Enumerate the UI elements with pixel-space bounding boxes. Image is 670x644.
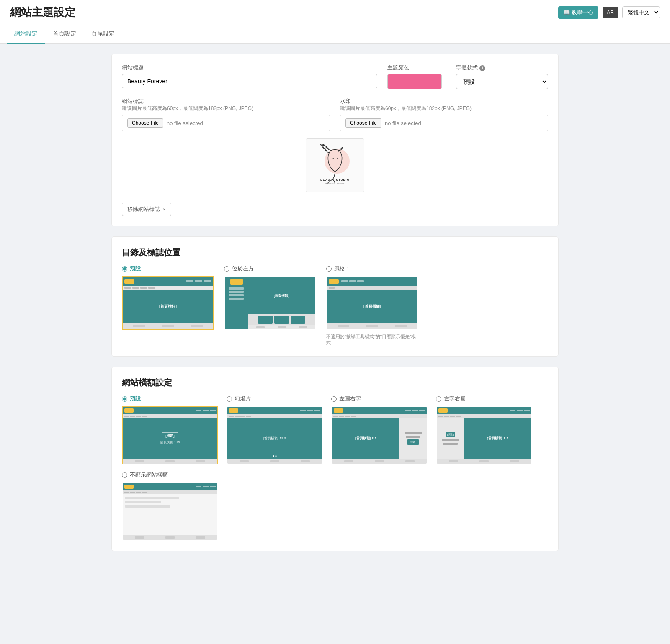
top-bar: 網站主題設定 📖 教學中心 AB 繁體中文 (0, 0, 670, 25)
remove-logo-button[interactable]: 移除網站標誌 × (122, 203, 171, 216)
banner-radio-left-img[interactable] (331, 396, 337, 402)
mini-footer-default (123, 323, 213, 329)
layout-radio-left[interactable] (224, 266, 229, 272)
site-title-group: 網站標題 (122, 64, 377, 88)
layout-note: 不適用於"擴導工具模式"的*日暦顯示優先*模式 (326, 334, 418, 346)
banner-option-slideshow: 幻燈片 (227, 395, 323, 464)
nav-position-section: 目錄及標誌位置 預設 (111, 236, 559, 357)
mini-left-sidebar (225, 277, 248, 329)
banner-settings-title: 網站橫額設定 (122, 377, 548, 388)
banner-label-slideshow[interactable]: 幻燈片 (227, 395, 323, 403)
layout-radio-style1[interactable] (326, 266, 332, 272)
font-style-label: 字體款式 ℹ (456, 64, 548, 72)
logo-label: 網站標誌 (122, 97, 330, 105)
watermark-upload-group: 水印 建議圖片最低高度為60px，最低闊度為182px (PNG, JPEG) … (340, 97, 548, 131)
tab-site-settings[interactable]: 網站設定 (7, 25, 45, 44)
mini-style1-header (327, 277, 417, 286)
mini-right-content: [首頁橫額] (248, 277, 315, 329)
theme-color-label: 主題顏色 (387, 64, 446, 72)
layout-label-style1[interactable]: 風格 1 (326, 265, 418, 272)
site-settings-section: 網站標題 主題顏色 字體款式 ℹ 預設 網站標誌 建議圖片最低高度為 (111, 54, 559, 226)
tabs-bar: 網站設定 首頁設定 頁尾設定 (0, 25, 670, 44)
logo-preview-box: BEAUTY STUDIO MAKEUP & ACCESSORIES (306, 138, 364, 192)
banner-label-left-text[interactable]: 左字右圖 (436, 395, 532, 403)
banner-option-left-text: 左字右圖 (436, 395, 532, 464)
banner-thumbnail-none[interactable] (122, 482, 218, 541)
mini-footer-style1 (327, 323, 417, 329)
banner-option-left-img: 左圖右字 (331, 395, 428, 464)
banner-radio-none[interactable] (122, 472, 127, 478)
banner-option-default: 預設 (122, 395, 218, 464)
banner-thumbnail-left-text[interactable]: [標題] [首頁橫額] 3:2 (436, 406, 532, 464)
title-color-font-row: 網站標題 主題顏色 字體款式 ℹ 預設 (122, 64, 548, 89)
banner-label-left-img[interactable]: 左圖右字 (331, 395, 428, 403)
watermark-hint: 建議圖片最低高度為60px，最低闊度為182px (PNG, JPEG) (340, 105, 548, 112)
banner-thumbnail-left-img[interactable]: [首頁橫額] 3:2 [標題] (331, 406, 428, 464)
theme-color-swatch[interactable] (387, 74, 442, 89)
banner-radio-slideshow[interactable] (227, 396, 232, 402)
layout-option-default: 預設 (122, 265, 214, 346)
mini-logo (124, 279, 134, 284)
logo-hint: 建議圖片最低高度為60px，最低闊度為182px (PNG, JPEG) (122, 105, 330, 112)
logo-upload-group: 網站標誌 建議圖片最低高度為60px，最低闊度為182px (PNG, JPEG… (122, 97, 330, 131)
mini-hero-style1: [首頁橫額] (327, 290, 417, 323)
logo-choose-file-btn[interactable]: Choose File (127, 118, 163, 128)
watermark-choose-file-btn[interactable]: Choose File (345, 118, 381, 128)
tutorial-button[interactable]: 📖 教學中心 (558, 6, 598, 19)
banner-thumbnail-default[interactable]: [標題] [首頁橫額] 19:9 (122, 406, 218, 464)
layout-thumbnail-left[interactable]: [首頁橫額] (224, 276, 316, 330)
font-info-icon[interactable]: ℹ (479, 65, 485, 71)
tab-footer-settings[interactable]: 頁尾設定 (84, 25, 122, 44)
watermark-label: 水印 (340, 97, 548, 105)
layout-options: 預設 (122, 265, 548, 346)
page-title: 網站主題設定 (10, 5, 75, 20)
remove-logo-wrapper: 移除網站標誌 × (122, 199, 548, 216)
banner-options: 預設 (122, 395, 548, 464)
nav-position-title: 目錄及標誌位置 (122, 247, 548, 258)
banner-thumbnail-slideshow[interactable]: [首頁橫額] 19:9 (227, 406, 323, 464)
banner-label-none[interactable]: 不顯示網站橫額 (122, 471, 548, 479)
mini-hero-default: [首頁橫額] (123, 290, 213, 323)
svg-text:MAKEUP & ACCESSORIES: MAKEUP & ACCESSORIES (325, 182, 346, 185)
logo-file-input[interactable]: Choose File no file selected (122, 115, 330, 131)
font-select[interactable]: 預設 (456, 74, 548, 89)
banner-label-default[interactable]: 預設 (122, 395, 218, 403)
upload-row: 網站標誌 建議圖片最低高度為60px，最低闊度為182px (PNG, JPEG… (122, 97, 548, 131)
layout-radio-default[interactable] (122, 266, 127, 272)
main-container: 網站標題 主題顏色 字體款式 ℹ 預設 網站標誌 建議圖片最低高度為 (105, 54, 565, 578)
svg-text:BEAUTY STUDIO: BEAUTY STUDIO (320, 178, 350, 181)
banner-settings-section: 網站橫額設定 預設 (111, 367, 559, 551)
mini-header-default (123, 277, 213, 286)
tab-home-settings[interactable]: 首頁設定 (45, 25, 84, 44)
font-style-group: 字體款式 ℹ 預設 (456, 64, 548, 89)
no-banner-wrapper: 不顯示網站橫額 (122, 471, 548, 541)
logo-preview-image: BEAUTY STUDIO MAKEUP & ACCESSORIES (310, 142, 360, 188)
site-title-input[interactable] (122, 74, 377, 88)
mini-nav-items (135, 280, 211, 282)
watermark-file-input[interactable]: Choose File no file selected (340, 115, 548, 131)
layout-option-left: 位於左方 [首頁橫額] (224, 265, 316, 346)
ab-test-button[interactable]: AB (603, 7, 618, 18)
layout-label-default[interactable]: 預設 (122, 265, 214, 272)
logo-preview: BEAUTY STUDIO MAKEUP & ACCESSORIES (122, 138, 548, 192)
watermark-file-name: no file selected (385, 120, 421, 126)
theme-color-group: 主題顏色 (387, 64, 446, 89)
site-title-label: 網站標題 (122, 64, 377, 72)
banner-radio-left-text[interactable] (436, 396, 441, 402)
layout-thumbnail-default[interactable]: [首頁橫額] (122, 276, 214, 330)
banner-radio-default[interactable] (122, 396, 127, 402)
layout-thumbnail-style1[interactable]: [首頁橫額] (326, 276, 418, 330)
layout-option-style1: 風格 1 (326, 265, 418, 346)
logo-file-name: no file selected (167, 120, 203, 126)
layout-label-left[interactable]: 位於左方 (224, 265, 316, 272)
language-select[interactable]: 繁體中文 (622, 6, 660, 18)
top-bar-right: 📖 教學中心 AB 繁體中文 (558, 6, 660, 19)
book-icon: 📖 (563, 9, 570, 15)
